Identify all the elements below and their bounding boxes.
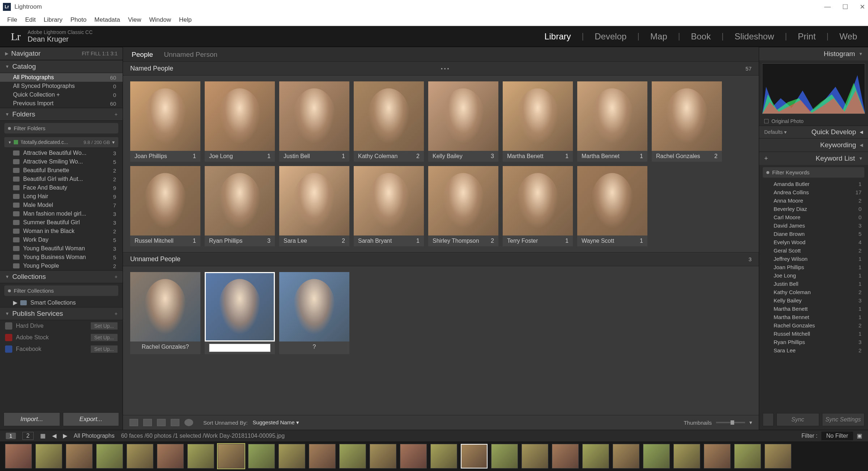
face-thumbnail[interactable]	[428, 166, 498, 236]
folder-item[interactable]: Face And Beauty9	[0, 183, 123, 192]
keyword-item[interactable]: Justin Bell1	[759, 280, 868, 288]
keyword-item[interactable]: David James3	[759, 221, 868, 230]
keyword-item[interactable]: Kelly Bailey3	[759, 296, 868, 305]
module-print[interactable]: Print	[798, 31, 816, 42]
filmstrip-thumb[interactable]	[734, 444, 761, 468]
unnamed-person-tile[interactable]	[205, 272, 275, 354]
add-publish-icon[interactable]: +	[115, 311, 118, 317]
publish-service[interactable]: FacebookSet Up...	[0, 343, 123, 355]
grid-view-icon[interactable]	[129, 419, 138, 426]
keyword-item[interactable]: Evelyn Wood4	[759, 238, 868, 246]
filmstrip-thumb[interactable]	[339, 444, 366, 468]
add-collection-icon[interactable]: +	[115, 274, 118, 280]
export-button[interactable]: Export...	[63, 412, 119, 426]
name-input[interactable]	[209, 344, 271, 352]
breadcrumb[interactable]: All Photographs	[74, 433, 115, 439]
person-tile[interactable]: Sarah Bryant1	[354, 166, 424, 246]
filmstrip-thumb[interactable]	[157, 444, 184, 468]
grid-sq-icon[interactable]: ▦	[40, 432, 46, 439]
publish-service[interactable]: Adobe StockSet Up...	[0, 332, 123, 343]
person-tile[interactable]: Rachel Gonzales2	[652, 81, 722, 162]
sync-settings-button[interactable]: Sync Settings	[822, 413, 865, 426]
folder-item[interactable]: Male Model7	[0, 201, 123, 209]
face-thumbnail[interactable]	[503, 81, 573, 151]
person-tile[interactable]: Kathy Coleman2	[354, 81, 424, 162]
person-tile[interactable]: Martha Benett1	[503, 81, 573, 162]
keyword-item[interactable]: Russel Mitchell1	[759, 330, 868, 338]
keyword-filter-input[interactable]: Filter Keywords	[763, 167, 864, 178]
filmstrip-thumb[interactable]	[127, 444, 153, 468]
menu-metadata[interactable]: Metadata	[94, 16, 120, 24]
module-web[interactable]: Web	[839, 31, 857, 42]
window-page-2[interactable]: 2	[22, 432, 34, 440]
folder-item[interactable]: Attractive Beautiful Wo...3	[0, 149, 123, 157]
filmstrip-thumb[interactable]	[309, 444, 336, 468]
face-thumbnail[interactable]	[279, 272, 349, 341]
person-tile[interactable]: Shirley Thompson2	[428, 166, 498, 246]
catalog-item[interactable]: Quick Collection +0	[0, 90, 123, 99]
filmstrip-thumb[interactable]	[248, 444, 275, 468]
filter-dropdown[interactable]: No Filter	[821, 432, 853, 440]
filmstrip-thumb[interactable]	[522, 444, 548, 468]
face-thumbnail[interactable]	[503, 166, 573, 236]
defaults-dropdown[interactable]: Defaults ▾	[764, 129, 787, 135]
keyword-item[interactable]: Beverley Diaz0	[759, 205, 868, 213]
person-tile[interactable]: Ryan Phillips3	[205, 166, 275, 246]
people-view-icon[interactable]	[184, 419, 193, 426]
keyword-item[interactable]: Amanda Butler1	[759, 180, 868, 188]
person-tile[interactable]: Martha Bennet1	[577, 81, 647, 162]
folder-item[interactable]: Man fashion model girl...3	[0, 209, 123, 218]
menu-help[interactable]: Help	[179, 16, 192, 24]
person-tile[interactable]: Russel Mitchell1	[130, 166, 200, 246]
person-tile[interactable]: Wayne Scott1	[577, 166, 647, 246]
folder-item[interactable]: Beautiful Girl with Aut...2	[0, 175, 123, 183]
filmstrip-thumb[interactable]	[430, 444, 457, 468]
catalog-item[interactable]: Previous Import60	[0, 99, 123, 108]
add-keyword-icon[interactable]: +	[764, 155, 768, 162]
histogram-header[interactable]: Histogram▼	[759, 47, 868, 60]
keyword-item[interactable]: Diane Brown5	[759, 230, 868, 238]
keyword-item[interactable]: Sara Lee2	[759, 346, 868, 355]
keyword-item[interactable]: Carl Moore0	[759, 213, 868, 221]
keyword-item[interactable]: Jeffrey Wilson1	[759, 255, 868, 263]
folder-filter-input[interactable]: Filter Folders	[4, 123, 118, 133]
keyword-item[interactable]: Joe Long1	[759, 271, 868, 280]
maximize-icon[interactable]: ☐	[842, 3, 848, 11]
module-library[interactable]: Library	[544, 31, 571, 42]
minimize-icon[interactable]: —	[824, 3, 831, 11]
prev-arrow-icon[interactable]: ◀	[52, 432, 56, 439]
navigator-header[interactable]: ▶Navigator FIT FILL 1:1 3:1	[0, 47, 123, 60]
folder-item[interactable]: Summer Beautiful Girl3	[0, 218, 123, 227]
filmstrip-thumb[interactable]	[187, 444, 214, 468]
filmstrip-thumb[interactable]	[400, 444, 427, 468]
loupe-view-icon[interactable]	[143, 419, 152, 426]
menu-library[interactable]: Library	[44, 16, 63, 24]
face-thumbnail[interactable]	[205, 81, 275, 151]
folders-header[interactable]: ▼Folders +	[0, 108, 123, 121]
face-thumbnail[interactable]	[577, 166, 647, 236]
keyword-item[interactable]: Geral Scott2	[759, 246, 868, 255]
module-develop[interactable]: Develop	[595, 31, 626, 42]
keyword-item[interactable]: Kathy Coleman2	[759, 288, 868, 296]
tab-unnamed-person[interactable]: Unnamed Person	[164, 51, 217, 61]
menu-window[interactable]: Window	[149, 16, 171, 24]
keyword-item[interactable]: Martha Benett1	[759, 305, 868, 313]
sync-button[interactable]: Sync	[776, 413, 819, 426]
folder-item[interactable]: Woman in the Black2	[0, 227, 123, 236]
catalog-header[interactable]: ▼Catalog	[0, 60, 123, 73]
menu-view[interactable]: View	[128, 16, 141, 24]
module-book[interactable]: Book	[691, 31, 711, 42]
named-people-header[interactable]: Named People • • • 57	[123, 61, 759, 76]
publish-header[interactable]: ▼Publish Services +	[0, 307, 123, 320]
close-icon[interactable]: ✕	[860, 3, 865, 11]
next-arrow-icon[interactable]: ▶	[63, 432, 67, 439]
filmstrip-thumb[interactable]	[704, 444, 731, 468]
folder-item[interactable]: Young People2	[0, 262, 123, 270]
folder-item[interactable]: Young Beautiful Woman3	[0, 244, 123, 253]
catalog-item[interactable]: All Photographs60	[0, 73, 123, 82]
face-thumbnail[interactable]	[428, 81, 498, 151]
person-tile[interactable]: Kelly Bailey3	[428, 81, 498, 162]
filmstrip-thumb[interactable]	[491, 444, 518, 468]
keyword-item[interactable]: Anna Moore2	[759, 196, 868, 205]
face-thumbnail[interactable]	[205, 272, 275, 341]
